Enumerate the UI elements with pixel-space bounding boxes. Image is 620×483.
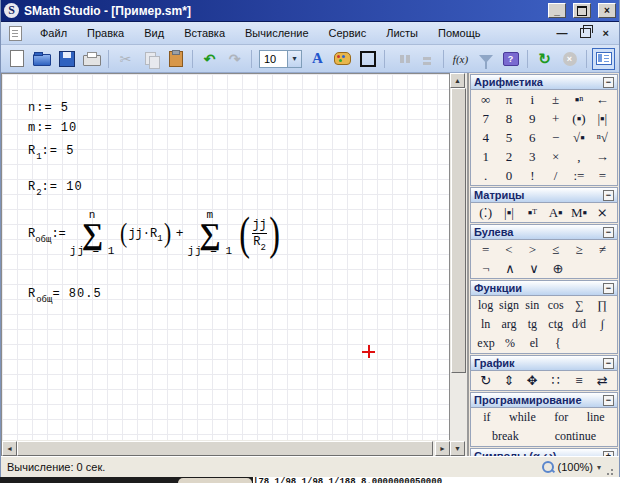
palette-header[interactable]: Булева− <box>471 225 617 240</box>
palette-item[interactable]: ⊕ <box>546 261 570 277</box>
menu-sheets[interactable]: Листы <box>376 24 428 42</box>
palette-item[interactable]: ⨯ <box>591 205 614 221</box>
palette-item[interactable]: 1 <box>474 149 497 165</box>
palette-header[interactable]: Программирование− <box>471 393 617 408</box>
palette-item[interactable]: (⁚) <box>474 205 497 221</box>
mdi-close-button[interactable]: × <box>603 27 609 39</box>
palette-item[interactable]: ∏ <box>591 298 614 313</box>
palette-item[interactable]: ≠ <box>591 242 614 258</box>
palette-item[interactable]: ⇄ <box>591 373 614 389</box>
palette-item[interactable]: ≡ <box>567 373 590 389</box>
scroll-down-button[interactable]: ▼ <box>450 441 465 456</box>
palette-item[interactable]: |▪| <box>591 111 614 127</box>
chevron-down-icon[interactable]: ▾ <box>287 51 301 67</box>
palette-item[interactable]: . <box>474 168 497 184</box>
menu-edit[interactable]: Правка <box>77 24 134 42</box>
open-button[interactable] <box>30 48 53 70</box>
expand-button[interactable]: + <box>603 451 614 457</box>
font-size-combo[interactable]: 10 ▾ <box>259 50 302 68</box>
palette-header[interactable]: Матрицы− <box>471 188 617 203</box>
palette-item[interactable]: % <box>498 336 522 351</box>
palette-item[interactable]: < <box>497 242 520 258</box>
palette-item[interactable]: M▪ <box>567 205 590 221</box>
palette-item[interactable]: ← <box>591 92 614 108</box>
minimize-button[interactable]: _ <box>548 3 566 18</box>
menu-view[interactable]: Вид <box>134 24 174 42</box>
palette-item[interactable]: ∫ <box>591 317 614 332</box>
palette-item[interactable]: ↻ <box>474 373 497 389</box>
palette-item[interactable]: line <box>583 410 609 425</box>
palette-item[interactable]: = <box>591 168 614 184</box>
palette-item[interactable]: ¬ <box>474 261 498 277</box>
menu-insert[interactable]: Вставка <box>174 24 235 42</box>
menu-calculation[interactable]: Вычисление <box>235 24 319 42</box>
palette-item[interactable]: continue <box>551 429 600 444</box>
palette-item[interactable]: ✥ <box>521 373 544 389</box>
palette-item[interactable]: ∷ <box>544 373 567 389</box>
scroll-up-button[interactable]: ▲ <box>450 73 465 88</box>
close-button[interactable]: × <box>598 3 616 18</box>
function-button[interactable]: f(x) <box>449 48 472 70</box>
palette-item[interactable]: (▪) <box>567 111 590 127</box>
background-color-button[interactable] <box>331 48 354 70</box>
vertical-scrollbar[interactable]: ▲ ▼ <box>450 73 467 456</box>
align-vertical-button[interactable] <box>415 48 438 70</box>
expression-result[interactable]: Rобщ= 80.5 <box>28 287 102 301</box>
expression-r1[interactable]: R1:= 5 <box>28 144 74 158</box>
zoom-control[interactable]: (100%) ▾ <box>542 461 613 473</box>
palette-header[interactable]: График− <box>471 356 617 371</box>
palette-item[interactable]: 2 <box>497 149 520 165</box>
copy-button[interactable] <box>139 48 162 70</box>
palette-item[interactable]: |▪| <box>497 205 520 221</box>
expression-m[interactable]: m:= 10 <box>28 121 77 135</box>
undo-button[interactable]: ↶ <box>198 48 221 70</box>
palette-item[interactable]: { <box>546 336 570 351</box>
palette-item[interactable]: i <box>521 92 544 108</box>
menu-service[interactable]: Сервис <box>319 24 377 42</box>
palette-item[interactable]: 5 <box>497 130 520 146</box>
palette-header[interactable]: Символы (α-ω)+ <box>471 449 617 456</box>
palette-item[interactable]: ln <box>474 317 497 332</box>
palette-item[interactable]: 8 <box>497 111 520 127</box>
palette-item[interactable]: A▪ <box>544 205 567 221</box>
document-icon[interactable] <box>9 26 22 41</box>
palette-item[interactable]: 4 <box>474 130 497 146</box>
palette-item[interactable]: − <box>544 130 567 146</box>
palette-item[interactable]: ∧ <box>498 261 522 277</box>
scroll-right-button[interactable]: ► <box>435 441 450 456</box>
palette-item[interactable]: arg <box>497 317 520 332</box>
palette-item[interactable]: π <box>497 92 520 108</box>
collapse-button[interactable]: − <box>603 358 614 369</box>
recalculate-button[interactable]: ↻ <box>533 48 556 70</box>
menu-file[interactable]: Файл <box>30 24 77 42</box>
border-button[interactable] <box>356 48 379 70</box>
sidebar-toggle-button[interactable] <box>592 48 615 70</box>
palette-item[interactable]: if <box>479 410 494 425</box>
horizontal-scrollbar[interactable]: ◄ ► <box>1 440 450 456</box>
collapse-button[interactable]: − <box>603 283 614 294</box>
palette-item[interactable]: 9 <box>521 111 544 127</box>
palette-item[interactable]: 0 <box>497 168 520 184</box>
font-color-button[interactable]: A <box>306 48 329 70</box>
stop-button[interactable]: × <box>558 48 581 70</box>
palette-item[interactable]: ⁿ√ <box>591 130 614 146</box>
horizontal-scroll-thumb[interactable] <box>17 441 433 456</box>
palette-item[interactable]: 7 <box>474 111 497 127</box>
cut-button[interactable]: ✂ <box>114 48 137 70</box>
palette-item[interactable]: ! <box>521 168 544 184</box>
palette-item[interactable]: , <box>567 149 590 165</box>
collapse-button[interactable]: − <box>603 77 614 88</box>
palette-item[interactable]: = <box>474 242 497 258</box>
palette-item[interactable]: cos <box>544 298 567 313</box>
palette-item[interactable]: × <box>544 149 567 165</box>
palette-item[interactable]: sign <box>497 298 520 313</box>
palette-item[interactable]: d∕d <box>567 317 590 332</box>
print-button[interactable] <box>80 48 103 70</box>
menu-help[interactable]: Помощь <box>428 24 491 42</box>
palette-header[interactable]: Функции− <box>471 281 617 296</box>
palette-item[interactable]: while <box>505 410 540 425</box>
reference-button[interactable]: ? <box>499 48 522 70</box>
palette-item[interactable]: tg <box>521 317 544 332</box>
new-button[interactable] <box>5 48 28 70</box>
palette-item[interactable]: ≤ <box>544 242 567 258</box>
